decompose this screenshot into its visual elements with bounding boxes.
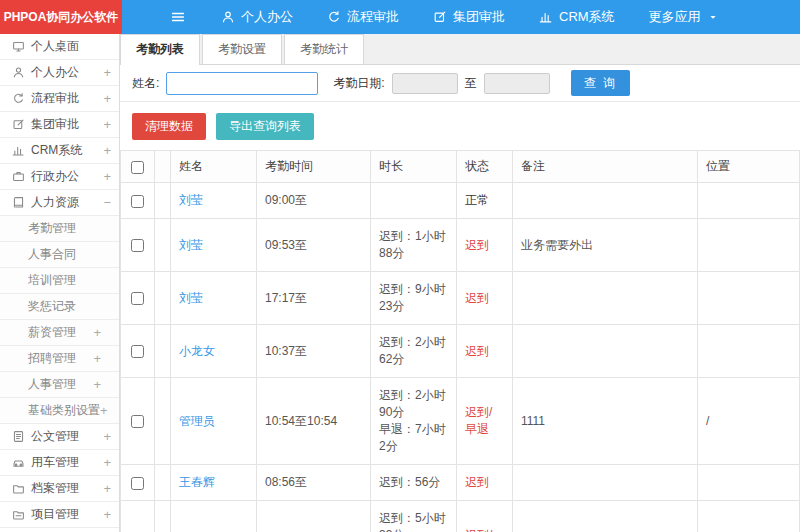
expand-toggle-icon[interactable]: + <box>103 144 111 157</box>
caret-down-icon <box>707 11 719 23</box>
sidebar-item-label: 人事合同 <box>28 246 76 263</box>
name-cell: 刘莹 <box>171 219 257 272</box>
chart-icon <box>539 10 553 24</box>
name-filter-input[interactable] <box>166 72 318 95</box>
status-cell: 迟到 <box>457 219 513 272</box>
sidebar-item-label: 基础类别设置 <box>28 402 100 419</box>
time-cell: 08:56至 <box>257 465 371 501</box>
sidebar-item[interactable]: 人事管理+ <box>0 372 119 398</box>
time-cell: 09:53至 <box>257 219 371 272</box>
table-row: 刘莹09:00至正常 <box>121 183 800 219</box>
date-to-label: 至 <box>465 75 477 92</box>
expand-toggle-icon[interactable]: + <box>93 326 101 339</box>
sidebar-item[interactable]: 招聘管理+ <box>0 346 119 372</box>
expand-toggle-icon[interactable]: + <box>103 456 111 469</box>
row-checkbox[interactable] <box>131 415 144 428</box>
location-cell <box>698 325 800 378</box>
expand-toggle-icon[interactable]: + <box>93 378 101 391</box>
sidebar-item[interactable]: 公文管理+ <box>0 424 119 450</box>
sidebar-item[interactable]: 项目管理+ <box>0 502 119 528</box>
expand-toggle-icon[interactable]: + <box>103 92 111 105</box>
table-row: 管理员10:54至10:54迟到：2小时90分 早退：7小时2分迟到/早退111… <box>121 378 800 465</box>
flow-icon <box>327 10 341 24</box>
row-gap-cell <box>155 465 171 501</box>
date-from-input[interactable] <box>392 73 458 94</box>
sidebar-item[interactable]: 人力资源− <box>0 190 119 216</box>
edit-icon <box>12 118 25 131</box>
location-cell <box>698 219 800 272</box>
select-all-checkbox[interactable] <box>131 161 144 174</box>
tab[interactable]: 考勤设置 <box>202 34 282 64</box>
topnav-item[interactable]: 更多应用 <box>632 0 736 34</box>
sidebar-item[interactable]: 集团审批+ <box>0 112 119 138</box>
tab[interactable]: 考勤列表 <box>120 34 200 65</box>
sidebar-item[interactable]: 用车管理+ <box>0 450 119 476</box>
expand-toggle-icon[interactable]: + <box>103 508 111 521</box>
sidebar-item[interactable]: CRM系统+ <box>0 138 119 164</box>
menu-toggle[interactable] <box>170 0 186 34</box>
topnav-item[interactable]: 集团审批 <box>416 0 522 34</box>
status-cell: 正常 <box>457 183 513 219</box>
row-checkbox[interactable] <box>131 477 144 490</box>
user-icon <box>12 66 25 79</box>
date-to-input[interactable] <box>484 73 550 94</box>
book-icon <box>12 196 25 209</box>
sidebar-item[interactable]: 个人桌面 <box>0 34 119 60</box>
employee-name-link[interactable]: 刘莹 <box>179 238 203 252</box>
expand-toggle-icon[interactable]: + <box>93 352 101 365</box>
sidebar-item-label: 奖惩记录 <box>28 298 76 315</box>
employee-name-link[interactable]: 刘莹 <box>179 291 203 305</box>
time-cell: 13:20至13:20 <box>257 501 371 532</box>
export-list-button[interactable]: 导出查询列表 <box>216 113 314 140</box>
employee-name-link[interactable]: 小龙女 <box>179 344 215 358</box>
sidebar-item[interactable]: 奖惩记录 <box>0 294 119 320</box>
note-cell: 1111 <box>513 378 698 465</box>
employee-name-link[interactable]: 管理员 <box>179 414 215 428</box>
sidebar-item-label: 用车管理 <box>31 454 79 471</box>
edit-icon <box>433 10 447 24</box>
status-cell: 迟到 <box>457 465 513 501</box>
name-cell: 管理员 <box>171 378 257 465</box>
expand-toggle-icon[interactable]: + <box>103 430 111 443</box>
topnav-item[interactable]: 个人办公 <box>204 0 310 34</box>
row-checkbox[interactable] <box>131 292 144 305</box>
actionbar: 清理数据 导出查询列表 <box>120 102 800 150</box>
topnav-item[interactable]: CRM系统 <box>522 0 632 34</box>
sidebar-item[interactable]: 流程审批+ <box>0 86 119 112</box>
time-cell: 17:17至 <box>257 272 371 325</box>
expand-toggle-icon[interactable]: + <box>103 118 111 131</box>
row-checkbox[interactable] <box>131 239 144 252</box>
sidebar-item-label: 培训管理 <box>28 272 76 289</box>
sidebar-item[interactable]: 行政办公+ <box>0 164 119 190</box>
sidebar-item[interactable]: 个人办公+ <box>0 60 119 86</box>
row-gap-cell <box>155 325 171 378</box>
sidebar-item[interactable]: 基础类别设置+ <box>0 398 119 424</box>
sidebar-item[interactable]: 薪资管理+ <box>0 320 119 346</box>
sidebar-item-label: 薪资管理 <box>28 324 76 341</box>
sidebar-item[interactable]: 培训管理 <box>0 268 119 294</box>
tab-label: 考勤列表 <box>136 42 184 56</box>
sidebar-item[interactable]: 人事合同 <box>0 242 119 268</box>
sidebar-item[interactable]: 档案管理+ <box>0 476 119 502</box>
location-cell: / <box>698 501 800 532</box>
expand-toggle-icon[interactable]: + <box>100 404 108 417</box>
employee-name-link[interactable]: 王春辉 <box>179 475 215 489</box>
row-checkbox-cell <box>121 378 155 465</box>
time-cell: 10:54至10:54 <box>257 378 371 465</box>
expand-toggle-icon[interactable]: + <box>103 66 111 79</box>
sidebar-item[interactable]: 考勤管理 <box>0 216 119 242</box>
expand-toggle-icon[interactable]: − <box>103 196 111 209</box>
employee-name-link[interactable]: 刘莹 <box>179 193 203 207</box>
expand-toggle-icon[interactable]: + <box>103 482 111 495</box>
row-checkbox[interactable] <box>131 195 144 208</box>
row-checkbox[interactable] <box>131 345 144 358</box>
expand-toggle-icon[interactable]: + <box>103 170 111 183</box>
topnav-item-label: 流程审批 <box>347 8 399 26</box>
topnav-item[interactable]: 流程审批 <box>310 0 416 34</box>
clean-data-button[interactable]: 清理数据 <box>132 113 206 140</box>
location-cell <box>698 183 800 219</box>
search-button[interactable]: 查 询 <box>571 70 630 96</box>
tab[interactable]: 考勤统计 <box>284 34 364 64</box>
sidebar-item-label: CRM系统 <box>31 142 82 159</box>
content: 考勤列表考勤设置考勤统计 姓名: 考勤日期: 至 查 询 清理数据 导出查询列表… <box>120 34 800 532</box>
